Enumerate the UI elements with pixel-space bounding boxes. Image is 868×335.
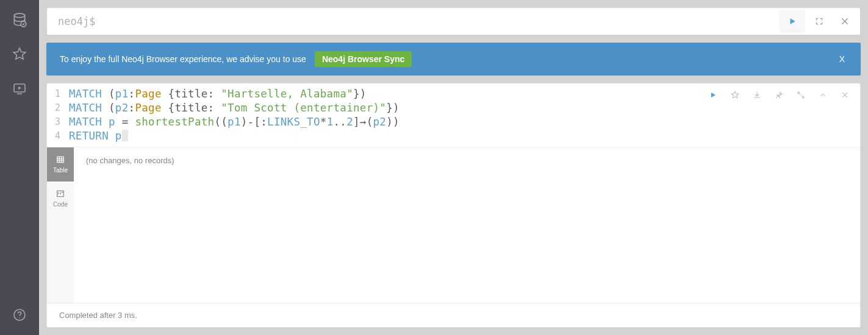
view-tab-label: Code — [53, 201, 68, 208]
close-frame-icon[interactable] — [839, 90, 850, 100]
close-icon[interactable] — [832, 10, 858, 33]
line-number: 2 — [47, 101, 69, 115]
code-line: 4RETURN p — [47, 129, 708, 143]
line-number: 3 — [47, 115, 69, 129]
code-content: MATCH (p2:Page {title: "Tom Scott (enter… — [69, 101, 400, 115]
code-content: MATCH (p1:Page {title: "Hartselle, Alaba… — [69, 87, 367, 101]
expand-icon[interactable] — [795, 90, 806, 100]
code-content: RETURN p — [69, 129, 128, 143]
editor-actions — [780, 10, 858, 33]
download-icon[interactable] — [751, 90, 762, 100]
result-header: 1MATCH (p1:Page {title: "Hartselle, Alab… — [47, 83, 860, 147]
left-sidebar — [0, 0, 39, 335]
sync-button[interactable]: Neo4j Browser Sync — [315, 51, 412, 67]
help-icon[interactable] — [12, 307, 27, 323]
favorite-icon[interactable] — [730, 90, 741, 100]
banner-text: To enjoy the full Neo4j Browser experien… — [60, 54, 306, 64]
code-line: 1MATCH (p1:Page {title: "Hartselle, Alab… — [47, 87, 708, 101]
view-tabs: TableCode — [47, 147, 74, 303]
guides-icon[interactable] — [12, 80, 27, 96]
view-tab-label: Table — [53, 167, 68, 174]
editor-prompt[interactable]: neo4j$ — [58, 15, 780, 27]
view-tab-code[interactable]: Code — [47, 182, 74, 216]
line-number: 4 — [47, 129, 69, 143]
result-footer: Completed after 3 ms. — [47, 303, 860, 327]
svg-rect-5 — [57, 157, 64, 162]
result-frame: 1MATCH (p1:Page {title: "Hartselle, Alab… — [46, 83, 861, 328]
run-button[interactable] — [780, 10, 805, 33]
table-icon — [55, 155, 66, 164]
cursor — [122, 130, 128, 141]
banner-close-button[interactable]: X — [837, 54, 847, 64]
sync-banner: To enjoy the full Neo4j Browser experien… — [46, 43, 861, 76]
rerun-icon[interactable] — [708, 90, 719, 100]
code-content: MATCH p = shortestPath((p1)-[:LINKS_TO*1… — [69, 115, 400, 129]
code-line: 3MATCH p = shortestPath((p1)-[:LINKS_TO*… — [47, 115, 708, 129]
fullscreen-icon[interactable] — [806, 10, 832, 33]
code-icon — [55, 189, 66, 198]
frame-actions — [708, 83, 860, 100]
result-body: TableCode (no changes, no records) — [47, 147, 860, 303]
code-line: 2MATCH (p2:Page {title: "Tom Scott (ente… — [47, 101, 708, 115]
result-message: (no changes, no records) — [74, 147, 860, 303]
main-area: neo4j$ To enjoy the full Neo4j Browser e… — [39, 0, 868, 335]
star-icon[interactable] — [12, 46, 27, 62]
collapse-icon[interactable] — [817, 90, 828, 100]
query-code[interactable]: 1MATCH (p1:Page {title: "Hartselle, Alab… — [47, 83, 708, 147]
database-icon[interactable] — [12, 12, 27, 28]
svg-point-0 — [14, 13, 24, 18]
view-tab-table[interactable]: Table — [47, 147, 74, 182]
editor-bar: neo4j$ — [46, 7, 861, 35]
pin-icon[interactable] — [773, 90, 784, 100]
svg-point-4 — [19, 317, 20, 319]
line-number: 1 — [47, 87, 69, 101]
